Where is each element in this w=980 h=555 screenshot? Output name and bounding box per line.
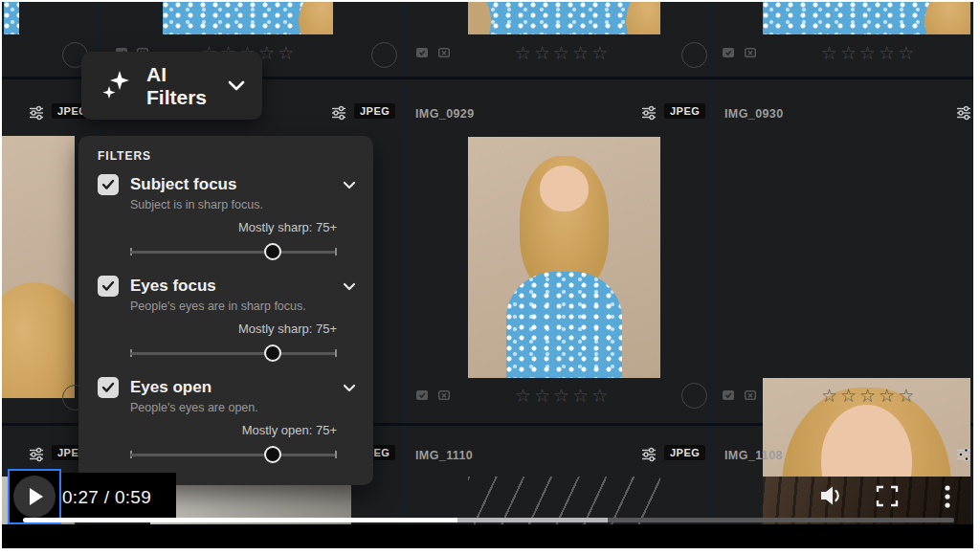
sparkles-icon (99, 67, 133, 105)
flag-pick-icon[interactable] (722, 388, 736, 406)
flag-pick-icon[interactable] (415, 46, 430, 63)
chevron-down-icon (228, 78, 245, 95)
screenshot-frame: ☆☆☆☆☆ ☆☆☆☆☆ ☆☆☆☆☆ JPEG JPEG IMG_0929 JPE… (0, 0, 980, 555)
edited-sliders-icon[interactable] (956, 105, 971, 124)
ai-filters-button[interactable]: AI Filters (81, 52, 262, 120)
photo-thumbnail-img-0929[interactable] (468, 137, 660, 378)
star-rating[interactable]: ☆☆☆☆☆ (515, 42, 611, 64)
eyes-open-checkbox[interactable] (98, 377, 119, 398)
flag-reject-icon[interactable] (437, 388, 452, 406)
time-display: 0:27 / 0:59 (62, 487, 151, 508)
edited-sliders-icon[interactable] (641, 105, 657, 124)
star-rating[interactable]: ☆☆☆☆☆ (515, 385, 611, 407)
eyes-focus-checkbox[interactable] (98, 276, 119, 297)
photo-select-circle[interactable] (681, 383, 707, 409)
filter-name: Eyes open (130, 378, 343, 397)
filter-value-label: Mostly sharp: 75+ (98, 220, 337, 235)
player-bottom-bar (2, 524, 973, 548)
progress-buffered-segment (457, 518, 608, 522)
play-button[interactable] (8, 469, 61, 524)
slider-track (130, 454, 337, 456)
ai-filters-label: AI Filters (146, 63, 214, 109)
filter-value-label: Mostly open: 75+ (98, 423, 337, 438)
slider-handle[interactable] (264, 344, 281, 362)
photo-select-circle[interactable] (371, 42, 397, 68)
subject-focus-slider[interactable] (130, 242, 337, 261)
flag-reject-icon[interactable] (744, 388, 758, 406)
flag-reject-icon[interactable] (437, 46, 452, 63)
grid-column-separator (709, 2, 712, 524)
slider-tick (335, 248, 337, 255)
volume-button[interactable] (817, 483, 844, 512)
eyes-focus-slider[interactable] (130, 344, 337, 363)
edited-sliders-icon[interactable] (29, 105, 44, 124)
filter-group-eyes-open: Eyes open People's eyes are open. Mostly… (98, 377, 354, 464)
chevron-down-icon[interactable] (343, 379, 356, 396)
photo-thumbnail[interactable] (163, 2, 333, 34)
file-type-badge: JPEG (664, 445, 705, 460)
photo-thumbnail[interactable] (4, 2, 19, 34)
progress-remaining-segment (608, 518, 954, 522)
photo-name-label: IMG_0930 (724, 107, 784, 121)
slider-track (130, 251, 337, 254)
filter-name: Eyes focus (130, 277, 343, 296)
progress-played-segment (23, 518, 457, 522)
filter-description: People's eyes are open. (130, 401, 354, 414)
file-type-badge: JPEG (354, 103, 395, 119)
slider-track (130, 352, 337, 355)
filter-value-label: Mostly sharp: 75+ (98, 322, 337, 337)
filter-group-eyes-focus: Eyes focus People's eyes are in sharp fo… (98, 276, 354, 363)
photo-name-label: IMG_0929 (415, 107, 475, 121)
kebab-menu-button[interactable] (944, 484, 951, 513)
filter-description: Subject is in sharp focus. (130, 198, 354, 211)
slider-handle[interactable] (264, 446, 281, 463)
photo-thumbnail[interactable] (763, 2, 970, 34)
photo-select-circle[interactable] (681, 42, 707, 68)
flag-pick-icon[interactable] (722, 46, 736, 63)
video-frame-canvas: ☆☆☆☆☆ ☆☆☆☆☆ ☆☆☆☆☆ JPEG JPEG IMG_0929 JPE… (2, 2, 973, 548)
time-display-chip: 0:27 / 0:59 (61, 473, 176, 522)
photo-thumbnail[interactable] (468, 2, 660, 34)
filter-description: People's eyes are in sharp focus. (130, 300, 354, 313)
grid-column-separator (401, 2, 404, 524)
filter-group-subject-focus: Subject focus Subject is in sharp focus.… (98, 174, 354, 261)
edited-sliders-icon[interactable] (956, 447, 971, 466)
file-type-badge: JPEG (664, 103, 705, 119)
edited-sliders-icon[interactable] (29, 447, 44, 466)
fullscreen-button[interactable] (876, 485, 899, 511)
edited-sliders-icon[interactable] (331, 105, 346, 124)
video-progress-bar[interactable] (23, 518, 954, 522)
photo-thumbnail[interactable] (2, 136, 75, 398)
slider-tick (335, 349, 337, 357)
slider-handle[interactable] (264, 243, 281, 260)
star-rating[interactable]: ☆☆☆☆☆ (821, 42, 917, 64)
star-rating[interactable]: ☆☆☆☆☆ (821, 385, 917, 407)
filter-name: Subject focus (130, 175, 343, 194)
subject-focus-checkbox[interactable] (98, 174, 119, 195)
ai-filters-panel: FILTERS Subject focus Subject is in shar… (78, 136, 373, 485)
eyes-open-slider[interactable] (130, 445, 337, 464)
edited-sliders-icon[interactable] (641, 447, 657, 466)
play-icon (30, 488, 43, 505)
chevron-down-icon[interactable] (343, 176, 356, 193)
flag-reject-icon[interactable] (744, 46, 758, 63)
slider-tick (335, 451, 337, 458)
photo-name-label: IMG_1110 (415, 449, 473, 462)
chevron-down-icon[interactable] (343, 278, 356, 295)
flag-pick-icon[interactable] (415, 388, 430, 406)
photo-name-label: IMG_1108 (724, 449, 783, 462)
play-button-circle (13, 476, 56, 518)
filters-panel-heading: FILTERS (98, 149, 354, 163)
